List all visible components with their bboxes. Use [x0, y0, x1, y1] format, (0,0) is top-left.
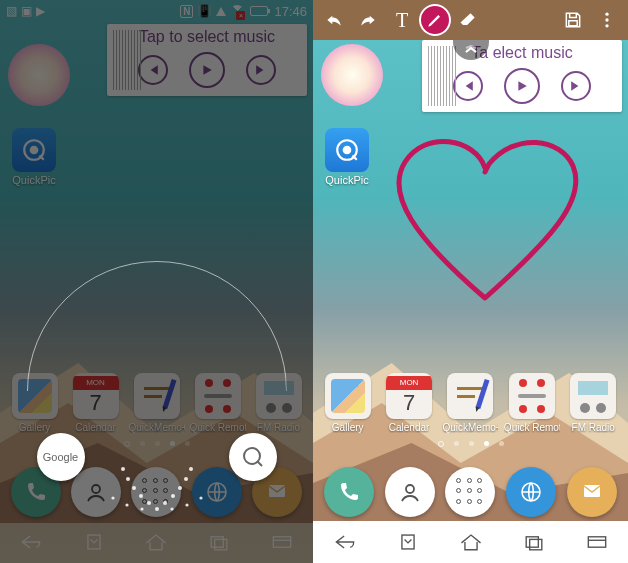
svg-point-13: [163, 501, 167, 505]
wifi-error-icon: ×: [230, 5, 244, 17]
clock-text: 17:46: [274, 4, 307, 19]
signal-icon: [216, 7, 226, 16]
undo-button[interactable]: [317, 3, 351, 37]
quickpic-icon: [12, 128, 56, 172]
svg-point-16: [184, 477, 188, 481]
left-home-screen: ▧ ▣ ▶ N 📳 × 17:46 Tap to select music Qu…: [0, 0, 313, 563]
quickremote-icon: [509, 373, 555, 419]
wallpaper-sun: [321, 44, 383, 106]
floating-quickmemo-button[interactable]: [229, 433, 277, 481]
nav-recents-button[interactable]: [518, 530, 550, 554]
svg-rect-44: [588, 537, 605, 547]
page-dot[interactable]: [454, 441, 459, 446]
music-prev-button[interactable]: [138, 55, 168, 85]
svg-rect-42: [526, 537, 538, 547]
app-quickremote[interactable]: Quick Remote: [504, 373, 560, 433]
nav-home-button[interactable]: [455, 530, 487, 554]
svg-point-18: [147, 501, 151, 505]
quickpic-icon: [325, 128, 369, 172]
svg-point-35: [605, 13, 608, 16]
svg-point-38: [406, 485, 414, 493]
svg-point-20: [132, 486, 136, 490]
nav-notifications-button[interactable]: [392, 530, 424, 554]
dock-all-apps[interactable]: [445, 467, 495, 517]
app-quickmemo[interactable]: QuickMemo+: [442, 373, 498, 433]
floating-google-button[interactable]: Google: [37, 433, 85, 481]
notif-icon: ▧: [6, 4, 17, 18]
svg-point-28: [111, 496, 114, 499]
page-indicator: [313, 441, 628, 447]
music-eq-icon: [428, 46, 456, 106]
user-heart-drawing: [375, 130, 595, 310]
text-tool-button[interactable]: T: [385, 3, 419, 37]
notif-icon: ▣: [21, 4, 32, 18]
notif-icon: ▶: [36, 4, 45, 18]
music-next-button[interactable]: [561, 71, 591, 101]
nav-notifications-button[interactable]: [78, 530, 110, 554]
pen-tool-button[interactable]: [419, 4, 451, 36]
svg-point-26: [140, 507, 143, 510]
svg-point-4: [30, 146, 39, 155]
quick-launch-ring[interactable]: Google: [27, 391, 287, 521]
save-button[interactable]: [556, 3, 590, 37]
svg-rect-43: [529, 539, 541, 549]
dock-phone[interactable]: [324, 467, 374, 517]
app-gallery[interactable]: Gallery: [320, 373, 376, 433]
quickmemo-icon: [447, 373, 493, 419]
svg-point-37: [605, 24, 608, 27]
music-widget[interactable]: Ta elect music: [422, 40, 622, 112]
svg-point-21: [126, 477, 130, 481]
page-dot[interactable]: [499, 441, 504, 446]
quickmemo-toolbar: T: [313, 0, 628, 40]
app-fmradio[interactable]: FM Radio: [565, 373, 621, 433]
svg-point-34: [343, 146, 352, 155]
page-dot-google[interactable]: [438, 441, 444, 447]
svg-point-36: [605, 18, 608, 21]
music-next-button[interactable]: [246, 55, 276, 85]
nfc-icon: N: [180, 5, 193, 18]
page-dot-active[interactable]: [484, 441, 489, 446]
app-calendar[interactable]: MON7Calendar: [381, 373, 437, 433]
svg-rect-11: [273, 537, 290, 547]
nav-recents-button[interactable]: [203, 530, 235, 554]
quickpic-label: QuickPic: [8, 174, 60, 186]
page-dot[interactable]: [469, 441, 474, 446]
apps-grid-icon: [456, 478, 484, 506]
music-title: Tap to select music: [113, 28, 301, 46]
dock-messages[interactable]: [567, 467, 617, 517]
music-prev-button[interactable]: [453, 71, 483, 101]
dock-contacts[interactable]: [385, 467, 435, 517]
eraser-tool-button[interactable]: [451, 3, 485, 37]
svg-rect-9: [211, 537, 223, 547]
quickpic-app[interactable]: QuickPic: [8, 128, 60, 186]
quickpic-label: QuickPic: [321, 174, 373, 186]
music-play-button[interactable]: [189, 52, 225, 88]
wallpaper-sun: [8, 44, 70, 106]
music-widget[interactable]: Tap to select music: [107, 24, 307, 96]
vibrate-icon: 📳: [197, 4, 212, 18]
calendar-icon: MON7: [386, 373, 432, 419]
svg-rect-40: [584, 485, 600, 497]
redo-button[interactable]: [351, 3, 385, 37]
dock-browser[interactable]: [506, 467, 556, 517]
nav-bar: [313, 521, 628, 563]
nav-menu-button[interactable]: [581, 530, 613, 554]
nav-back-button[interactable]: [15, 530, 47, 554]
svg-point-17: [189, 467, 193, 471]
overflow-menu-button[interactable]: [590, 3, 624, 37]
svg-point-12: [155, 507, 159, 511]
svg-rect-10: [215, 539, 227, 549]
nav-back-button[interactable]: [329, 530, 361, 554]
music-eq-icon: [113, 30, 141, 90]
fmradio-icon: [570, 373, 616, 419]
right-quickmemo-screen: Ta elect music QuickPic T Gallery MON7Ca…: [313, 0, 628, 563]
nav-menu-button[interactable]: [266, 530, 298, 554]
quickpic-app[interactable]: QuickPic: [321, 128, 373, 186]
music-play-button[interactable]: [504, 68, 540, 104]
nav-home-button[interactable]: [140, 530, 172, 554]
battery-icon: [248, 6, 270, 16]
app-row: Gallery MON7Calendar QuickMemo+ Quick Re…: [313, 373, 628, 433]
nav-bar: [0, 521, 313, 563]
status-bar: ▧ ▣ ▶ N 📳 × 17:46: [0, 0, 313, 22]
svg-point-14: [171, 494, 175, 498]
